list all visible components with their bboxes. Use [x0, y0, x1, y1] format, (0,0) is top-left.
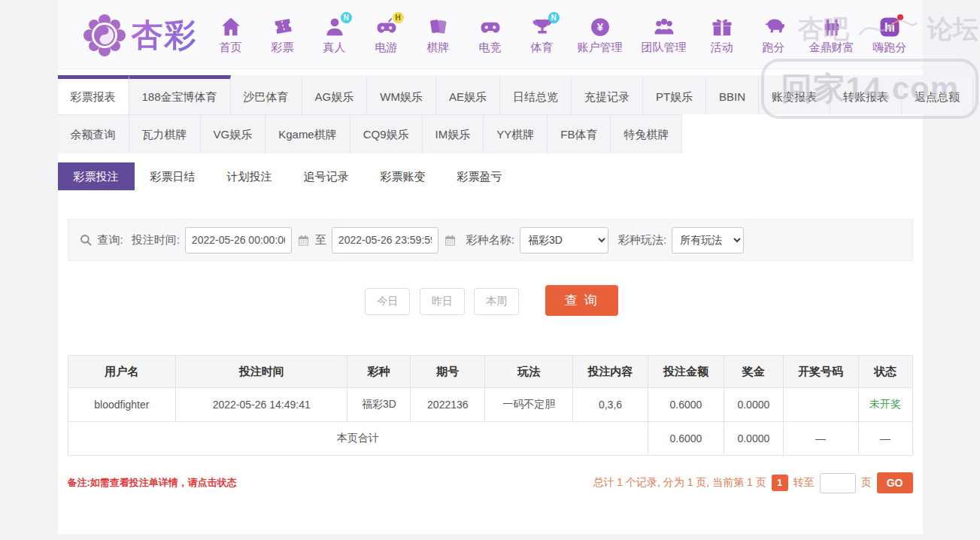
main-tab-row2-0[interactable]: 余额查询 [58, 115, 129, 153]
bet-time-label: 投注时间: [132, 233, 180, 247]
watermark-brand-right: 论坛 [927, 12, 978, 47]
cell-issue: 2022136 [411, 388, 485, 422]
bet-time-to-input[interactable] [332, 227, 438, 253]
sub-tab-4[interactable]: 彩票账变 [365, 162, 441, 190]
nav-item-label: 体育 [531, 41, 554, 55]
nav-item-label: 跑分 [763, 41, 785, 55]
nav-item-label: 棋牌 [427, 41, 450, 55]
cell-draw-number [783, 388, 858, 422]
nav-item-label: 金鼎财富 [809, 41, 854, 55]
nav-item-label: 首页 [220, 41, 242, 55]
goto-page-input[interactable] [820, 473, 856, 493]
main-tab-1[interactable]: 188金宝博体育 [129, 75, 231, 114]
nav-item-account[interactable]: ¥账户管理 [578, 16, 623, 55]
nav-item-paofen[interactable]: 跑分 [757, 16, 790, 55]
nav-item-label: 团队管理 [642, 41, 687, 55]
query-button[interactable]: 查 询 [545, 285, 618, 316]
col-header-username: 用户名 [68, 356, 176, 388]
sub-tab-5[interactable]: 彩票盈亏 [441, 162, 518, 190]
main-tab-12[interactable]: 返点总额 [902, 75, 973, 114]
col-header-status: 状态 [858, 356, 912, 388]
summary-bet-total: 0.6000 [648, 422, 724, 456]
ticket-icon [272, 16, 294, 38]
nav-item-sports[interactable]: N体育 [526, 16, 559, 55]
main-tab-row2-1[interactable]: 瓦力棋牌 [129, 115, 201, 153]
summary-prize-total: 0.0000 [724, 422, 784, 456]
main-tab-row2-4[interactable]: CQ9娱乐 [350, 115, 423, 153]
hi-icon: hi [878, 16, 901, 38]
summary-row: 本页合计0.60000.0000—— [68, 422, 912, 456]
nav-item-jinding[interactable]: 金鼎财富 [809, 16, 854, 55]
summary-status-dash: — [858, 422, 912, 456]
lottery-select[interactable]: 福彩3D [520, 227, 608, 253]
nav-item-esports[interactable]: 电竞 [474, 16, 507, 55]
cards-icon [427, 16, 450, 38]
main-tab-2[interactable]: 沙巴体育 [231, 75, 302, 114]
nav-item-live[interactable]: N真人 [318, 16, 351, 55]
nav-item-hipaofen[interactable]: hi嗨跑分 [873, 16, 907, 55]
main-tab-8[interactable]: PT娱乐 [643, 75, 706, 114]
nav-item-home[interactable]: 首页 [214, 16, 247, 55]
main-tab-row2-7[interactable]: FB体育 [548, 115, 611, 153]
play-select[interactable]: 所有玩法 [672, 227, 744, 253]
nav-item-label: 真人 [323, 41, 346, 55]
col-header-bet-time: 投注时间 [176, 356, 347, 388]
yesterday-button[interactable]: 昨日 [420, 288, 465, 315]
logo-flower-icon [83, 14, 126, 56]
main-tab-4[interactable]: WM娱乐 [367, 75, 436, 114]
cell-prize: 0.0000 [724, 388, 784, 422]
home-icon [220, 16, 242, 38]
sub-tab-3[interactable]: 追号记录 [288, 162, 365, 190]
bet-time-from-input[interactable] [185, 227, 292, 253]
nav-item-team[interactable]: 团队管理 [642, 16, 687, 55]
main-tab-row2-2[interactable]: VG娱乐 [201, 115, 266, 153]
calendar-icon[interactable] [297, 234, 310, 247]
page-unit-label: 页 [861, 476, 872, 490]
col-header-play: 玩法 [485, 356, 573, 388]
nav-item-activity[interactable]: 活动 [705, 16, 739, 55]
main-tab-10[interactable]: 账变报表 [759, 75, 830, 114]
main-tab-5[interactable]: AE娱乐 [436, 75, 500, 114]
main-tab-6[interactable]: 日结总览 [500, 75, 572, 114]
cell-content: 0,3,6 [573, 388, 648, 422]
person-icon: N [323, 16, 346, 38]
go-button[interactable]: GO [877, 472, 913, 493]
main-tab-3[interactable]: AG娱乐 [302, 75, 368, 114]
sub-tab-2[interactable]: 计划投注 [211, 162, 288, 190]
nav-item-egames[interactable]: H电游 [370, 16, 403, 55]
nav-item-label: 活动 [711, 41, 733, 55]
nav-item-label: 嗨跑分 [873, 41, 907, 55]
col-header-amount: 投注金额 [648, 356, 724, 388]
trophy-icon: N [531, 16, 554, 38]
top-nav: 首页彩票N真人H电游棋牌电竞N体育¥账户管理团队管理活动跑分金鼎财富hi嗨跑分 [214, 16, 907, 55]
status-link[interactable]: 未开奖 [869, 398, 901, 410]
nav-item-boardgames[interactable]: 棋牌 [422, 16, 455, 55]
nav-item-lottery[interactable]: 彩票 [266, 16, 299, 55]
search-icon [79, 233, 93, 247]
calendar-icon[interactable] [444, 234, 457, 247]
today-button[interactable]: 今日 [365, 288, 410, 315]
coin-icon: ¥ [589, 16, 611, 38]
main-tab-row2-8[interactable]: 特兔棋牌 [611, 115, 682, 153]
pagination: 总计 1 个记录, 分为 1 页, 当前第 1 页 1 转至 页 GO [593, 472, 912, 493]
esports-icon [479, 16, 502, 38]
summary-draw-dash: — [783, 422, 858, 456]
current-page-badge[interactable]: 1 [772, 475, 788, 491]
cell-username: bloodfighter [68, 388, 176, 422]
this-week-button[interactable]: 本周 [474, 288, 519, 315]
main-tab-row2-5[interactable]: IM娱乐 [423, 115, 484, 153]
logo[interactable]: 杏彩 [83, 14, 198, 56]
table-row: bloodfighter2022-05-26 14:49:41福彩3D20221… [68, 388, 912, 422]
main-tabs-row1: 彩票报表188金宝博体育沙巴体育AG娱乐WM娱乐AE娱乐日结总览充提记录PT娱乐… [58, 75, 974, 114]
main-tab-11[interactable]: 转账报表 [830, 75, 902, 114]
cell-play: 一码不定胆 [485, 388, 573, 422]
main-tab-row2-3[interactable]: Kgame棋牌 [265, 115, 350, 153]
main-tab-7[interactable]: 充提记录 [572, 75, 643, 114]
sub-tab-0-active[interactable]: 彩票投注 [58, 162, 135, 190]
main-tab-9[interactable]: BBIN [706, 75, 759, 114]
to-label: 至 [315, 233, 326, 247]
sub-tab-1[interactable]: 彩票日结 [135, 162, 211, 190]
main-tab-0-active[interactable]: 彩票报表 [58, 75, 129, 114]
main-tab-row2-6[interactable]: YY棋牌 [484, 115, 548, 153]
cell-lottery: 福彩3D [347, 388, 411, 422]
